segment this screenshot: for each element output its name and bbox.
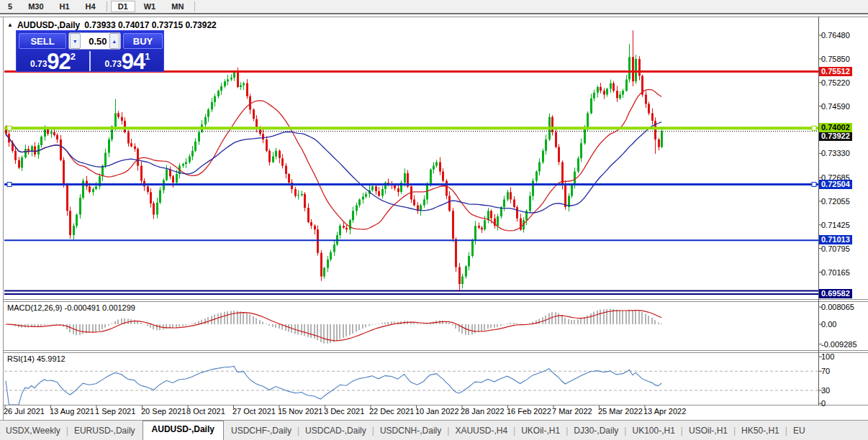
chart-tab-usdcaddaily[interactable]: USDCAD-,Daily	[299, 423, 372, 440]
date-label: 26 Jul 2021	[4, 407, 45, 416]
price-tick-label: 0.74590	[821, 102, 867, 111]
ohlc-quote-values: 0.73933 0.74017 0.73715 0.73922	[84, 20, 217, 30]
price-tick-label: 0.70795	[821, 244, 867, 253]
timeframe-button-d1[interactable]: D1	[111, 1, 135, 12]
chart-tab-bar: USDX,Weekly|EURUSD-,DailyAUDUSD-,DailyUS…	[0, 420, 868, 440]
macd-tick-label: -0.009285	[821, 340, 867, 349]
macd-values: -0.000491 0.001299	[64, 303, 135, 312]
timeframe-button-m30[interactable]: M30	[21, 1, 50, 12]
buy-price-pipette: 1	[145, 51, 150, 62]
date-label: 10 Jan 2022	[415, 407, 459, 416]
chart-tab-usoilh1[interactable]: USOil-,H1	[683, 423, 733, 440]
price-line-badge: 0.74002	[819, 123, 852, 132]
hline-handle[interactable]	[812, 183, 816, 187]
axis-ticks	[5, 35, 822, 408]
date-label: 8 Oct 2021	[186, 407, 225, 416]
date-label: 1 Sep 2021	[95, 407, 135, 416]
rsi-line	[6, 366, 661, 405]
price-tick-label: 0.75220	[821, 78, 867, 87]
chart-title: ▲ AUDUSD-,Daily 0.73933 0.74017 0.73715 …	[7, 20, 217, 30]
price-line-badge: 0.72504	[819, 180, 852, 189]
macd-layer	[5, 308, 662, 343]
rsi-name: RSI(14)	[7, 354, 35, 363]
rsi-tick-label: 70	[821, 367, 867, 375]
price-line-badge: 0.75512	[819, 67, 852, 76]
date-label: 28 Jan 2022	[461, 407, 505, 416]
buy-price-big: 94	[122, 52, 145, 71]
moving-average-20	[6, 89, 661, 231]
chart-tab-usdcnhdaily[interactable]: USDCNH-,Daily	[374, 423, 447, 440]
chart-tab-eu[interactable]: EU	[787, 423, 811, 440]
date-label: 22 Dec 2021	[369, 407, 414, 416]
timeframe-button-h1[interactable]: H1	[53, 1, 77, 12]
chart-tab-uk100h1[interactable]: UK100-,H1	[626, 423, 680, 440]
macd-histogram	[5, 308, 662, 343]
chart-tab-usdchfdaily[interactable]: USDCHF-,Daily	[225, 423, 297, 440]
timeframe-button-w1[interactable]: W1	[137, 1, 163, 12]
toolbar-divider	[0, 13, 868, 14]
rsi-tick-label: 0	[821, 399, 867, 408]
hline-handle[interactable]	[7, 126, 12, 130]
macd-tick-label: 0.008065	[821, 303, 867, 311]
date-label: 16 Feb 2022	[507, 407, 551, 416]
volume-input[interactable]	[81, 35, 109, 47]
chart-tab-dj30daily[interactable]: DJ30-,Daily	[568, 423, 624, 440]
one-click-trading-panel: SELL ▼ ▲ BUY 0.73 92 2 0.73 94 1	[16, 30, 164, 72]
sell-price[interactable]: 0.73 92 2	[17, 50, 89, 71]
chart-tab-xauusdh4[interactable]: XAUUSD-,H4	[449, 423, 513, 440]
price-line-badge: 0.71013	[819, 235, 852, 244]
date-label: 25 Mar 2022	[598, 407, 643, 416]
price-line-badge: 0.73922	[819, 132, 852, 141]
date-label: 27 Oct 2021	[232, 407, 276, 416]
price-tick-label: 0.75850	[821, 55, 867, 63]
hline-handle[interactable]	[7, 183, 12, 187]
macd-label: MACD(12,26,9) -0.000491 0.001299	[7, 303, 135, 312]
price-tick-label: 0.70165	[821, 268, 867, 277]
chart-tab-usdxweekly[interactable]: USDX,Weekly	[0, 423, 66, 440]
sell-price-big: 92	[47, 52, 70, 71]
price-tick-label: 0.71425	[821, 221, 867, 229]
date-label: 3 Dec 2021	[324, 407, 364, 416]
buy-button[interactable]: BUY	[123, 33, 163, 49]
toolbar-separator	[107, 1, 107, 12]
chart-tab-audusddaily[interactable]: AUDUSD-,Daily	[143, 421, 224, 440]
rsi-tick-label: 30	[821, 386, 867, 395]
chart-tab-ukoilh1[interactable]: UKOil-,H1	[515, 423, 566, 440]
sell-price-pipette: 2	[71, 51, 76, 62]
sell-button[interactable]: SELL	[19, 33, 66, 49]
volume-decrease-button[interactable]: ▼	[70, 33, 81, 49]
timeframe-button-5[interactable]: 5	[1, 1, 19, 12]
timeframe-button-h4[interactable]: H4	[78, 1, 103, 12]
macd-tick-label: 0.00	[821, 320, 867, 329]
rsi-value: 45.9912	[37, 354, 65, 363]
date-label: 20 Sep 2021	[141, 407, 186, 416]
rsi-label: RSI(14) 45.9912	[7, 354, 65, 363]
toolbar-separator	[194, 1, 195, 12]
price-tick-label: 0.72055	[821, 197, 867, 206]
chart-tab-hk50h1[interactable]: HK50-,H1	[736, 423, 785, 440]
price-tick-label: 0.76480	[821, 31, 867, 40]
timeframe-button-mn[interactable]: MN	[164, 1, 191, 12]
timeframe-toolbar: 5M30H1H4D1W1MN	[0, 0, 868, 13]
volume-box: ▼ ▲	[68, 32, 121, 50]
date-label: 13 Aug 2021	[50, 407, 94, 416]
price-tick-label: 0.73330	[821, 149, 867, 157]
buy-price[interactable]: 0.73 94 1	[91, 50, 163, 71]
buy-price-small: 0.73	[104, 59, 121, 69]
macd-name: MACD(12,26,9)	[7, 303, 62, 312]
sell-price-small: 0.73	[30, 59, 47, 69]
symbol-period-label: AUDUSD-,Daily	[17, 20, 80, 30]
date-label: 15 Nov 2021	[278, 407, 322, 416]
price-line-badge: 0.69582	[819, 289, 852, 298]
rsi-tick-label: 100	[821, 352, 867, 361]
date-label: 13 Apr 2022	[643, 407, 686, 416]
terminal-window: 5M30H1H4D1W1MN ▲ AUDUSD-,Daily 0.73933 0…	[0, 0, 868, 440]
volume-increase-button[interactable]: ▲	[109, 33, 120, 49]
hline-handle[interactable]	[812, 126, 816, 130]
date-label: 7 Mar 2022	[552, 407, 592, 416]
chart-tab-eurusddaily[interactable]: EURUSD-,Daily	[68, 423, 141, 440]
chart-expand-icon[interactable]: ▲	[7, 22, 13, 28]
price-divider	[89, 51, 91, 71]
